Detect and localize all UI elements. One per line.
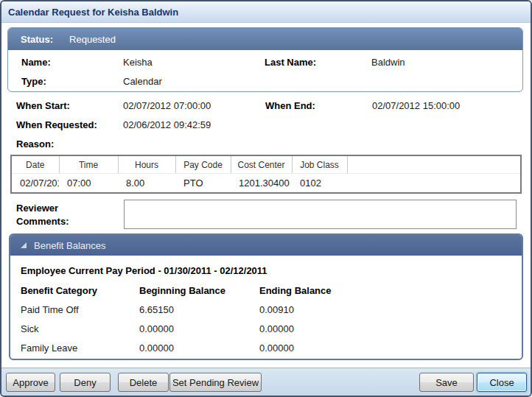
benefit-row-ending: 0.00000 (259, 323, 294, 334)
dialog-content: Status: Requested Name: Keisha Last Name… (1, 23, 531, 368)
benefit-row-category: Paid Time Off (21, 304, 79, 315)
benefit-row-category: Family Leave (21, 342, 77, 354)
type-value: Calendar (123, 76, 162, 87)
when-end-label: When End: (265, 100, 315, 111)
column-header-job-class[interactable]: Job Class (292, 155, 347, 174)
status-label: Status: (21, 34, 53, 45)
window-title: Calendar Request for Keisha Baldwin (8, 7, 178, 18)
reviewer-comments-input[interactable] (124, 200, 517, 229)
reviewer-label-line1: Reviewer (16, 203, 58, 214)
reviewer-label-line2: Comments: (16, 216, 69, 227)
column-header-time[interactable]: Time (59, 155, 118, 174)
status-value: Requested (69, 34, 116, 45)
benefit-row-beginning: 0.00000 (139, 342, 174, 354)
name-label: Name: (21, 57, 51, 68)
when-start-label: When Start: (16, 100, 70, 111)
when-requested-label: When Requested: (16, 119, 97, 130)
column-header-date[interactable]: Date (11, 155, 59, 174)
delete-button[interactable]: Delete (118, 373, 169, 392)
calendar-request-dialog: Calendar Request for Keisha Baldwin Stat… (0, 0, 532, 397)
button-bar: Approve Deny Delete Set Pending Review S… (1, 368, 531, 396)
shift-table-header-row: Date Time Hours Pay Code Cost Center Job… (11, 155, 521, 174)
benefit-row-category: Sick (21, 323, 39, 334)
title-bar: Calendar Request for Keisha Baldwin (1, 1, 531, 23)
column-header-hours[interactable]: Hours (118, 155, 175, 174)
when-requested-value: 02/06/2012 09:42:59 (123, 119, 211, 130)
shift-detail-table: Date Time Hours Pay Code Cost Center Job… (10, 155, 522, 194)
ending-balance-header: Ending Balance (259, 285, 332, 296)
deny-button[interactable]: Deny (60, 373, 111, 392)
last-name-label: Last Name: (265, 57, 316, 68)
benefit-row-ending: 0.00910 (259, 304, 294, 315)
cell-hours: 8.00 (118, 174, 175, 194)
approve-button[interactable]: Approve (6, 373, 55, 392)
cell-pay-code: PTO (175, 174, 231, 194)
reason-label: Reason: (16, 138, 54, 150)
column-header-pay-code[interactable]: Pay Code (175, 155, 231, 174)
column-header-cost-center[interactable]: Cost Center (231, 155, 292, 174)
cell-filler (347, 174, 521, 194)
when-end-value: 02/07/2012 15:00:00 (372, 100, 460, 111)
request-summary-group: Status: Requested Name: Keisha Last Name… (7, 27, 523, 92)
benefit-row-beginning: 0.00000 (139, 323, 174, 334)
close-button[interactable]: Close (477, 373, 527, 392)
cell-cost-center: 1201.30400 (231, 174, 292, 194)
benefit-row-ending: 0.00000 (259, 342, 294, 354)
benefit-balances-header[interactable]: Benefit Balances (10, 235, 522, 256)
cell-job-class: 0102 (292, 174, 347, 194)
status-header: Status: Requested (8, 28, 522, 50)
save-button[interactable]: Save (419, 373, 474, 392)
column-header-filler (347, 155, 521, 174)
benefit-category-header: Benefit Category (21, 285, 97, 296)
last-name-value: Baldwin (371, 57, 405, 68)
when-start-value: 02/07/2012 07:00:00 (123, 100, 211, 111)
collapse-triangle-icon[interactable] (21, 242, 27, 248)
type-label: Type: (21, 76, 46, 87)
benefit-balances-title: Benefit Balances (34, 240, 106, 251)
pay-period-text: Employee Current Pay Period - 01/30/2011… (21, 265, 267, 276)
benefit-balances-group: Benefit Balances Employee Current Pay Pe… (9, 233, 523, 360)
cell-date: 02/07/201 (11, 174, 59, 194)
name-value: Keisha (123, 57, 153, 68)
cell-time: 07:00 (59, 174, 118, 194)
table-row[interactable]: 02/07/201 07:00 8.00 PTO 1201.30400 0102 (11, 174, 521, 194)
beginning-balance-header: Beginning Balance (139, 285, 225, 296)
set-pending-review-button[interactable]: Set Pending Review (169, 373, 262, 392)
benefit-row-beginning: 6.65150 (139, 304, 174, 315)
